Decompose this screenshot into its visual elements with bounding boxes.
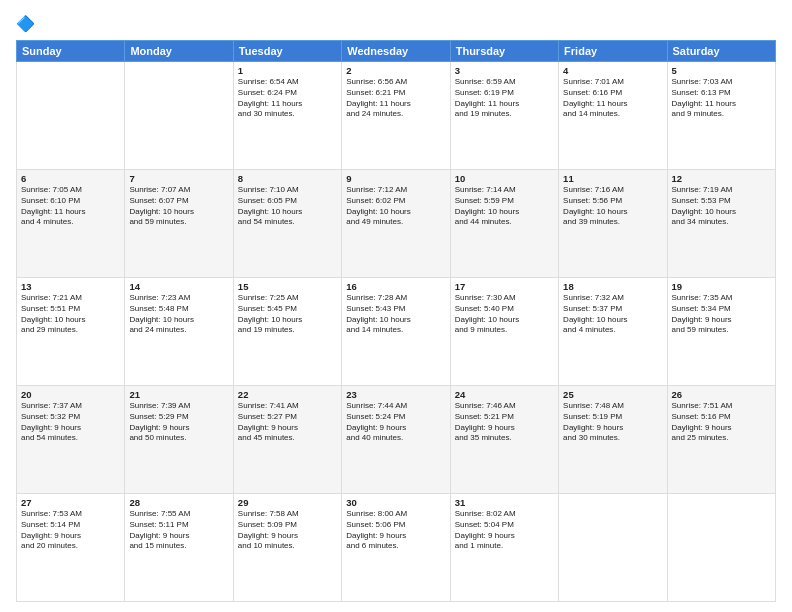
day-cell: 16Sunrise: 7:28 AM Sunset: 5:43 PM Dayli… <box>342 278 450 386</box>
day-info: Sunrise: 7:28 AM Sunset: 5:43 PM Dayligh… <box>346 293 445 336</box>
week-row-1: 1Sunrise: 6:54 AM Sunset: 6:24 PM Daylig… <box>17 62 776 170</box>
day-info: Sunrise: 7:07 AM Sunset: 6:07 PM Dayligh… <box>129 185 228 228</box>
day-cell: 29Sunrise: 7:58 AM Sunset: 5:09 PM Dayli… <box>233 494 341 602</box>
day-info: Sunrise: 7:58 AM Sunset: 5:09 PM Dayligh… <box>238 509 337 552</box>
day-info: Sunrise: 7:44 AM Sunset: 5:24 PM Dayligh… <box>346 401 445 444</box>
day-number: 10 <box>455 173 554 184</box>
day-number: 11 <box>563 173 662 184</box>
weekday-header-friday: Friday <box>559 41 667 62</box>
day-cell: 13Sunrise: 7:21 AM Sunset: 5:51 PM Dayli… <box>17 278 125 386</box>
day-cell: 4Sunrise: 7:01 AM Sunset: 6:16 PM Daylig… <box>559 62 667 170</box>
day-info: Sunrise: 7:05 AM Sunset: 6:10 PM Dayligh… <box>21 185 120 228</box>
day-number: 24 <box>455 389 554 400</box>
header: 🔷 <box>16 12 776 34</box>
day-cell: 30Sunrise: 8:00 AM Sunset: 5:06 PM Dayli… <box>342 494 450 602</box>
weekday-header-row: SundayMondayTuesdayWednesdayThursdayFrid… <box>17 41 776 62</box>
day-number: 19 <box>672 281 771 292</box>
day-info: Sunrise: 7:16 AM Sunset: 5:56 PM Dayligh… <box>563 185 662 228</box>
week-row-2: 6Sunrise: 7:05 AM Sunset: 6:10 PM Daylig… <box>17 170 776 278</box>
day-number: 4 <box>563 65 662 76</box>
day-cell: 8Sunrise: 7:10 AM Sunset: 6:05 PM Daylig… <box>233 170 341 278</box>
day-number: 25 <box>563 389 662 400</box>
day-cell: 9Sunrise: 7:12 AM Sunset: 6:02 PM Daylig… <box>342 170 450 278</box>
day-number: 31 <box>455 497 554 508</box>
day-info: Sunrise: 7:10 AM Sunset: 6:05 PM Dayligh… <box>238 185 337 228</box>
day-info: Sunrise: 7:25 AM Sunset: 5:45 PM Dayligh… <box>238 293 337 336</box>
calendar-page: 🔷 SundayMondayTuesdayWednesdayThursdayFr… <box>0 0 792 612</box>
day-number: 12 <box>672 173 771 184</box>
day-number: 26 <box>672 389 771 400</box>
day-cell: 14Sunrise: 7:23 AM Sunset: 5:48 PM Dayli… <box>125 278 233 386</box>
day-cell <box>559 494 667 602</box>
day-cell: 7Sunrise: 7:07 AM Sunset: 6:07 PM Daylig… <box>125 170 233 278</box>
day-info: Sunrise: 6:54 AM Sunset: 6:24 PM Dayligh… <box>238 77 337 120</box>
weekday-header-thursday: Thursday <box>450 41 558 62</box>
day-number: 27 <box>21 497 120 508</box>
day-info: Sunrise: 7:39 AM Sunset: 5:29 PM Dayligh… <box>129 401 228 444</box>
day-number: 17 <box>455 281 554 292</box>
day-info: Sunrise: 7:41 AM Sunset: 5:27 PM Dayligh… <box>238 401 337 444</box>
day-cell: 11Sunrise: 7:16 AM Sunset: 5:56 PM Dayli… <box>559 170 667 278</box>
day-info: Sunrise: 7:46 AM Sunset: 5:21 PM Dayligh… <box>455 401 554 444</box>
day-cell: 28Sunrise: 7:55 AM Sunset: 5:11 PM Dayli… <box>125 494 233 602</box>
day-number: 8 <box>238 173 337 184</box>
day-number: 30 <box>346 497 445 508</box>
week-row-5: 27Sunrise: 7:53 AM Sunset: 5:14 PM Dayli… <box>17 494 776 602</box>
day-info: Sunrise: 7:55 AM Sunset: 5:11 PM Dayligh… <box>129 509 228 552</box>
day-cell: 31Sunrise: 8:02 AM Sunset: 5:04 PM Dayli… <box>450 494 558 602</box>
day-info: Sunrise: 7:32 AM Sunset: 5:37 PM Dayligh… <box>563 293 662 336</box>
day-number: 1 <box>238 65 337 76</box>
weekday-header-wednesday: Wednesday <box>342 41 450 62</box>
day-info: Sunrise: 7:30 AM Sunset: 5:40 PM Dayligh… <box>455 293 554 336</box>
day-cell: 6Sunrise: 7:05 AM Sunset: 6:10 PM Daylig… <box>17 170 125 278</box>
day-cell: 2Sunrise: 6:56 AM Sunset: 6:21 PM Daylig… <box>342 62 450 170</box>
day-info: Sunrise: 8:00 AM Sunset: 5:06 PM Dayligh… <box>346 509 445 552</box>
day-number: 22 <box>238 389 337 400</box>
day-number: 21 <box>129 389 228 400</box>
day-info: Sunrise: 6:56 AM Sunset: 6:21 PM Dayligh… <box>346 77 445 120</box>
day-info: Sunrise: 7:48 AM Sunset: 5:19 PM Dayligh… <box>563 401 662 444</box>
day-number: 6 <box>21 173 120 184</box>
weekday-header-saturday: Saturday <box>667 41 775 62</box>
day-cell: 23Sunrise: 7:44 AM Sunset: 5:24 PM Dayli… <box>342 386 450 494</box>
day-number: 20 <box>21 389 120 400</box>
day-info: Sunrise: 7:37 AM Sunset: 5:32 PM Dayligh… <box>21 401 120 444</box>
day-info: Sunrise: 8:02 AM Sunset: 5:04 PM Dayligh… <box>455 509 554 552</box>
day-info: Sunrise: 7:12 AM Sunset: 6:02 PM Dayligh… <box>346 185 445 228</box>
day-info: Sunrise: 7:53 AM Sunset: 5:14 PM Dayligh… <box>21 509 120 552</box>
day-info: Sunrise: 7:23 AM Sunset: 5:48 PM Dayligh… <box>129 293 228 336</box>
day-number: 3 <box>455 65 554 76</box>
day-cell <box>125 62 233 170</box>
day-number: 18 <box>563 281 662 292</box>
day-number: 16 <box>346 281 445 292</box>
day-info: Sunrise: 7:35 AM Sunset: 5:34 PM Dayligh… <box>672 293 771 336</box>
weekday-header-tuesday: Tuesday <box>233 41 341 62</box>
day-number: 9 <box>346 173 445 184</box>
day-cell: 18Sunrise: 7:32 AM Sunset: 5:37 PM Dayli… <box>559 278 667 386</box>
day-cell: 15Sunrise: 7:25 AM Sunset: 5:45 PM Dayli… <box>233 278 341 386</box>
weekday-header-sunday: Sunday <box>17 41 125 62</box>
day-cell: 19Sunrise: 7:35 AM Sunset: 5:34 PM Dayli… <box>667 278 775 386</box>
day-info: Sunrise: 7:19 AM Sunset: 5:53 PM Dayligh… <box>672 185 771 228</box>
week-row-3: 13Sunrise: 7:21 AM Sunset: 5:51 PM Dayli… <box>17 278 776 386</box>
day-cell: 3Sunrise: 6:59 AM Sunset: 6:19 PM Daylig… <box>450 62 558 170</box>
weekday-header-monday: Monday <box>125 41 233 62</box>
day-number: 29 <box>238 497 337 508</box>
day-cell: 27Sunrise: 7:53 AM Sunset: 5:14 PM Dayli… <box>17 494 125 602</box>
day-info: Sunrise: 7:21 AM Sunset: 5:51 PM Dayligh… <box>21 293 120 336</box>
day-number: 13 <box>21 281 120 292</box>
day-cell: 25Sunrise: 7:48 AM Sunset: 5:19 PM Dayli… <box>559 386 667 494</box>
week-row-4: 20Sunrise: 7:37 AM Sunset: 5:32 PM Dayli… <box>17 386 776 494</box>
day-number: 15 <box>238 281 337 292</box>
day-cell: 26Sunrise: 7:51 AM Sunset: 5:16 PM Dayli… <box>667 386 775 494</box>
logo-bird-icon: 🔷 <box>16 12 38 34</box>
day-cell <box>667 494 775 602</box>
day-info: Sunrise: 7:03 AM Sunset: 6:13 PM Dayligh… <box>672 77 771 120</box>
day-number: 23 <box>346 389 445 400</box>
day-cell: 17Sunrise: 7:30 AM Sunset: 5:40 PM Dayli… <box>450 278 558 386</box>
day-info: Sunrise: 7:51 AM Sunset: 5:16 PM Dayligh… <box>672 401 771 444</box>
day-cell: 12Sunrise: 7:19 AM Sunset: 5:53 PM Dayli… <box>667 170 775 278</box>
day-cell: 20Sunrise: 7:37 AM Sunset: 5:32 PM Dayli… <box>17 386 125 494</box>
day-info: Sunrise: 7:14 AM Sunset: 5:59 PM Dayligh… <box>455 185 554 228</box>
day-cell: 5Sunrise: 7:03 AM Sunset: 6:13 PM Daylig… <box>667 62 775 170</box>
